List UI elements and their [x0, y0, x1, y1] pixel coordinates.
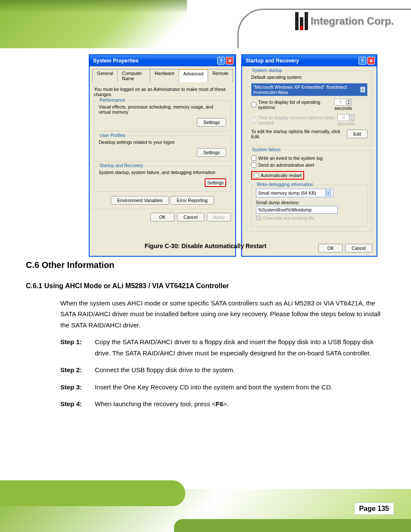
performance-legend: Performance [98, 97, 127, 103]
dialog-body: System startup Default operating system:… [242, 66, 377, 240]
page-number: Page 135 [355, 503, 394, 515]
document-body: Figure C-30: Disable Automatically Resta… [26, 241, 385, 416]
dialog-footer: OK Cancel Apply [90, 209, 235, 225]
write-event-checkbox[interactable] [251, 156, 256, 161]
error-reporting-button[interactable]: Error Reporting [170, 196, 214, 205]
debug-info-legend: Write debugging information [255, 182, 315, 187]
chevron-down-icon[interactable]: ▾ [325, 190, 331, 196]
system-properties-dialog: System Properties ? ✕ General Computer N… [89, 54, 236, 257]
dialog-title: System Properties [93, 58, 216, 64]
auto-restart-checkbox[interactable] [254, 173, 259, 178]
paragraph: When the system uses AHCI mode or some s… [26, 298, 385, 331]
tabs: General Computer Name Hardware Advanced … [90, 66, 235, 82]
footer-right [174, 519, 411, 532]
startup-recovery-desc: System startup, system failure, and debu… [99, 170, 226, 175]
step-1: Step 1: Copy the SATA RAID/AHCI driver t… [26, 336, 385, 358]
section-heading: C.6 Other Information [26, 258, 385, 272]
step-text: When launching the recovery tool, press … [95, 398, 229, 410]
logo-text: Integration Corp. [311, 15, 394, 27]
step-4: Step 4: When launching the recovery tool… [26, 398, 385, 410]
default-os-select[interactable]: "Microsoft Windows XP Embedded" /fastdet… [251, 83, 367, 96]
dump-dir-label: Small dump directory: [256, 200, 363, 205]
screenshot-dialogs: System Properties ? ✕ General Computer N… [89, 54, 377, 257]
step-label: Step 3: [60, 382, 86, 393]
time-recovery-checkbox [251, 118, 256, 123]
user-profiles-desc: Desktop settings related to your logon [99, 140, 226, 145]
time-recovery-spinner: 0 ▴▾ [337, 114, 355, 121]
startup-recovery-legend: Startup and Recovery [98, 163, 145, 168]
edit-button[interactable]: Edit [347, 130, 367, 138]
send-alert-row: Send an administrative alert [251, 162, 367, 168]
apply-button[interactable]: Apply [207, 213, 231, 221]
performance-group: Performance Visual effects, processor sc… [94, 100, 231, 131]
subsection-heading: C.6.1 Using AHCI Mode or ALi M5283 / VIA… [26, 280, 385, 292]
overwrite-label: Overwrite any existing file [263, 215, 314, 221]
tab-general[interactable]: General [92, 69, 118, 82]
system-startup-legend: System startup [250, 68, 284, 73]
step-2: Step 2: Connect the USB floppy disk driv… [26, 364, 385, 376]
auto-restart-row: Automatically restart [251, 171, 304, 180]
overwrite-row: Overwrite any existing file [256, 215, 363, 221]
default-os-label: Default operating system: [251, 75, 367, 80]
close-icon[interactable]: ✕ [226, 57, 234, 65]
seconds-label: seconds [334, 106, 352, 111]
footer-curve [0, 480, 185, 506]
user-profiles-settings-button[interactable]: Settings [197, 148, 226, 157]
dialog-titlebar: System Properties ? ✕ [90, 55, 235, 66]
write-event-label: Write an event to the system log [258, 156, 323, 161]
system-failure-legend: System failure [250, 147, 283, 152]
company-logo: Integration Corp. [295, 12, 394, 30]
startup-recovery-settings-button[interactable]: Settings [205, 178, 226, 187]
default-os-value: "Microsoft Windows XP Embedded" /fastdet… [253, 84, 360, 95]
performance-desc: Visual effects, processor scheduling, me… [99, 104, 226, 115]
dialog-title: Startup and Recovery [246, 58, 358, 64]
tab-advanced[interactable]: Advanced [179, 69, 209, 82]
send-alert-label: Send an administrative alert [258, 162, 314, 168]
time-list-row: Time to display list of operating system… [251, 100, 332, 110]
time-list-spinner[interactable]: 0 ▴▾ [334, 99, 352, 106]
header-banner: Integration Corp. [0, 0, 411, 48]
send-alert-checkbox[interactable] [251, 162, 256, 168]
edit-note: To edit the startup options file manuall… [251, 129, 344, 139]
dump-type-select[interactable]: Small memory dump (64 KB) ▾ [256, 189, 333, 197]
ok-button[interactable]: OK [150, 213, 174, 221]
system-failure-group: System failure Write an event to the sys… [246, 150, 372, 232]
step-text: Connect the USB floppy disk drive to the… [95, 364, 235, 376]
tab-hardware[interactable]: Hardware [150, 69, 179, 82]
step-text: Copy the SATA RAID/AHCI driver to a flop… [95, 336, 385, 358]
overwrite-checkbox [256, 215, 261, 221]
footer-banner [0, 489, 411, 532]
time-recovery-row: Time to display recovery options when ne… [251, 115, 335, 125]
startup-recovery-group: Startup and Recovery System startup, sys… [94, 166, 231, 192]
logo-mark [295, 12, 308, 30]
write-event-row: Write an event to the system log [251, 156, 367, 161]
user-profiles-legend: User Profiles [98, 133, 127, 138]
time-list-checkbox[interactable] [251, 102, 256, 107]
figure-caption: Figure C-30: Disable Automatically Resta… [26, 241, 385, 252]
step-3: Step 3: Insert the One Key Recovery CD i… [26, 382, 385, 393]
close-icon[interactable]: ✕ [367, 57, 375, 65]
cancel-button[interactable]: Cancel [177, 213, 204, 221]
chevron-down-icon[interactable]: ▾ [360, 87, 365, 93]
debug-info-group: Write debugging information Small memory… [251, 185, 367, 227]
help-icon[interactable]: ? [217, 57, 225, 65]
dump-dir-input[interactable]: %SystemRoot%\Minidump [256, 206, 338, 214]
tab-computer-name[interactable]: Computer Name [117, 69, 150, 82]
step-label: Step 1: [60, 336, 86, 358]
step-text: Insert the One Key Recovery CD into the … [95, 382, 333, 393]
system-startup-group: System startup Default operating system:… [246, 71, 372, 146]
time-list-label: Time to display list of operating system… [258, 100, 332, 110]
performance-settings-button[interactable]: Settings [197, 118, 226, 127]
user-profiles-group: User Profiles Desktop settings related t… [94, 136, 231, 162]
environment-variables-button[interactable]: Environment Variables [111, 196, 169, 205]
seconds-label: seconds [337, 121, 355, 126]
tab-remote[interactable]: Remote [208, 69, 233, 82]
dialog-titlebar: Startup and Recovery ? ✕ [242, 55, 377, 66]
dialog-body: You must be logged on as an Administrato… [90, 82, 235, 209]
time-recovery-label: Time to display recovery options when ne… [258, 115, 335, 125]
startup-recovery-dialog: Startup and Recovery ? ✕ System startup … [241, 54, 377, 257]
step-label: Step 2: [60, 364, 86, 376]
admin-note: You must be logged on as an Administrato… [94, 87, 231, 97]
help-icon[interactable]: ? [358, 57, 366, 65]
auto-restart-label: Automatically restart [261, 173, 302, 178]
